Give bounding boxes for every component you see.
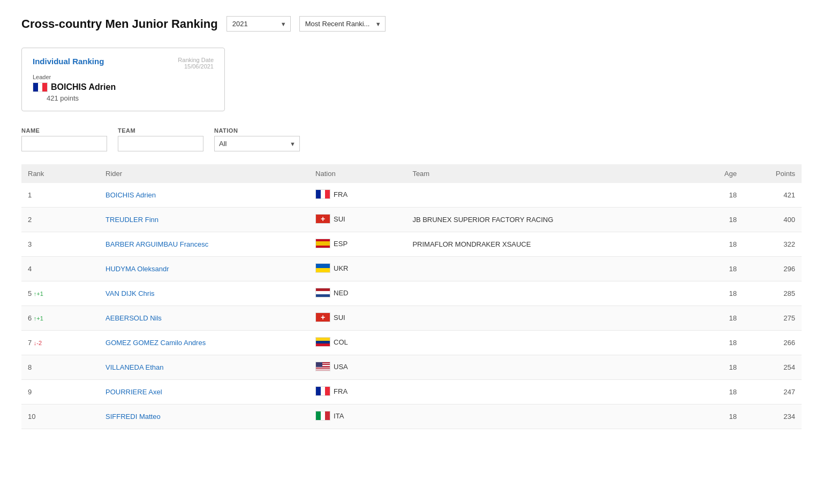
rider-name[interactable]: POURRIERE Axel [99,380,309,404]
nation-code: SUI [334,314,345,322]
team-filter-label: TEAM [118,127,203,134]
nation-code: USA [334,363,348,371]
points-cell: 275 [743,306,802,331]
rank-cell: 5 ↑+1 [21,281,99,306]
card-header: Individual Ranking Ranking Date 15/06/20… [33,57,214,70]
rank-number: 7 [28,339,32,347]
rider-name[interactable]: VILLANEDA Ethan [99,355,309,380]
points-cell: 247 [743,380,802,404]
ranking-date-block: Ranking Date 15/06/2021 [178,57,214,70]
nation-cell: SUI [309,208,406,232]
table-row: 10SIFFREDI Matteo ITA18234 [21,404,802,429]
nation-filter-group: NATION All FRA SUI ESP UKR NED COL USA I… [214,127,300,151]
age-cell: 18 [697,208,743,232]
nation-flag-group: FRA [315,189,348,199]
points-cell: 322 [743,232,802,257]
rank-cell: 2 [21,208,99,232]
rider-name[interactable]: BOICHIS Adrien [99,183,309,208]
rank-number: 2 [28,216,32,224]
ranking-date-value: 15/06/2021 [178,63,214,70]
team-cell [406,183,697,208]
year-dropdown[interactable]: 2021 2020 2019 [226,16,291,32]
rank-change: ↓-2 [34,340,42,346]
table-row: 3BARBER ARGUIMBAU Francesc ESPPRIMAFLOR … [21,232,802,257]
age-cell: 18 [697,404,743,429]
table-body: 1BOICHIS Adrien FRA184212TREUDLER Finn S… [21,183,802,429]
col-points: Points [743,164,802,183]
table-row: 6 ↑+1AEBERSOLD Nils SUI18275 [21,306,802,331]
rider-name[interactable]: HUDYMA Oleksandr [99,257,309,281]
nation-cell: USA [309,355,406,380]
points-cell: 296 [743,257,802,281]
age-cell: 18 [697,355,743,380]
nation-code: UKR [334,264,348,272]
rank-change: ↑+1 [34,291,43,297]
page-header: Cross-country Men Junior Ranking 2021 20… [21,16,802,32]
rank-number: 6 [28,314,32,322]
rider-name[interactable]: TREUDLER Finn [99,208,309,232]
flag-sui [315,214,330,224]
table-row: 9POURRIERE Axel FRA18247 [21,380,802,404]
age-cell: 18 [697,380,743,404]
nation-flag-group: ESP [315,239,348,248]
team-filter-input[interactable] [118,136,203,151]
flag-col [315,337,330,347]
team-cell [406,257,697,281]
rank-number: 1 [28,191,32,199]
rank-cell: 10 [21,404,99,429]
nation-code: ITA [334,412,344,420]
rank-cell: 1 [21,183,99,208]
col-rank: Rank [21,164,99,183]
col-age: Age [697,164,743,183]
leader-points: 421 points [47,94,214,102]
table-row: 7 ↓-2GOMEZ GOMEZ Camilo Andres COL18266 [21,331,802,355]
age-cell: 18 [697,281,743,306]
ranking-date-label: Ranking Date [178,57,214,63]
leader-flag [33,82,48,92]
nation-flag-group: SUI [315,214,345,224]
page: Cross-country Men Junior Ranking 2021 20… [0,0,823,445]
team-cell [406,355,697,380]
flag-ita [315,411,330,421]
nation-code: FRA [334,387,348,395]
nation-filter-label: NATION [214,127,300,134]
team-cell: PRIMAFLOR MONDRAKER XSAUCE [406,232,697,257]
nation-cell: SUI [309,306,406,331]
individual-ranking-card: Individual Ranking Ranking Date 15/06/20… [21,48,225,111]
nation-filter-select[interactable]: All FRA SUI ESP UKR NED COL USA ITA [214,136,300,151]
ranking-type-dropdown[interactable]: Most Recent Ranki... UCI Ranking [299,16,386,32]
age-cell: 18 [697,306,743,331]
flag-sui [315,312,330,322]
rank-number: 3 [28,240,32,248]
nation-flag-group: UKR [315,263,348,273]
rank-cell: 6 ↑+1 [21,306,99,331]
table-row: 1BOICHIS Adrien FRA18421 [21,183,802,208]
rank-number: 10 [28,413,35,421]
rank-cell: 3 [21,232,99,257]
nation-code: NED [334,289,348,297]
flag-fra [315,386,330,396]
team-cell: JB BRUNEX SUPERIOR FACTORY RACING [406,208,697,232]
team-cell [406,404,697,429]
age-cell: 18 [697,257,743,281]
rider-name[interactable]: SIFFREDI Matteo [99,404,309,429]
rank-cell: 9 [21,380,99,404]
rider-name[interactable]: GOMEZ GOMEZ Camilo Andres [99,331,309,355]
rider-name[interactable]: BARBER ARGUIMBAU Francesc [99,232,309,257]
rider-name[interactable]: AEBERSOLD Nils [99,306,309,331]
rank-number: 5 [28,289,32,297]
flag-esp [315,239,330,248]
points-cell: 421 [743,183,802,208]
rankings-table: Rank Rider Nation Team Age Points 1BOICH… [21,164,802,429]
team-cell [406,331,697,355]
flag-fra [315,189,330,199]
flag-ned [315,288,330,297]
team-cell [406,380,697,404]
nation-cell: NED [309,281,406,306]
nation-code: SUI [334,215,345,223]
ranking-type-dropdown-wrap: Most Recent Ranki... UCI Ranking ▼ [299,16,386,32]
rider-name[interactable]: VAN DIJK Chris [99,281,309,306]
name-filter-input[interactable] [21,136,107,151]
nation-code: ESP [334,240,348,248]
rank-number: 9 [28,388,32,396]
